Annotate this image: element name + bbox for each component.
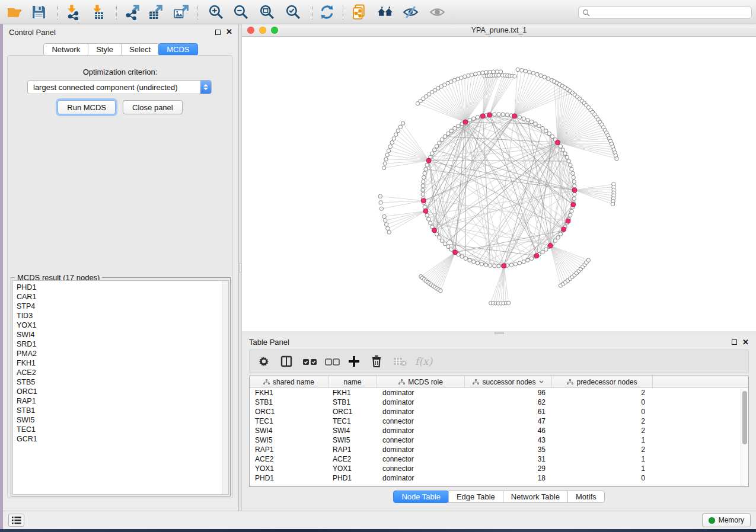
- column-layout-icon[interactable]: [280, 354, 302, 369]
- close-panel-icon[interactable]: ✕: [742, 339, 749, 345]
- show-eye-icon[interactable]: [429, 4, 445, 20]
- mcds-result-item[interactable]: STB5: [13, 377, 221, 387]
- desktop-wallpaper-bottom: [0, 529, 756, 532]
- column-header-shared-name[interactable]: shared name: [250, 376, 328, 387]
- mcds-result-item[interactable]: SRD1: [13, 339, 221, 349]
- delete-table-icon: [393, 354, 415, 369]
- network-canvas[interactable]: [242, 37, 756, 331]
- table-row[interactable]: PHD1PHD1dominator180: [250, 473, 740, 483]
- tab-node-table[interactable]: Node Table: [393, 491, 449, 503]
- task-history-button[interactable]: [8, 514, 24, 527]
- minimize-window-icon[interactable]: [259, 27, 266, 34]
- apply-layout-icon[interactable]: [319, 4, 335, 20]
- delete-column-icon[interactable]: [370, 354, 393, 369]
- tab-mcds[interactable]: MCDS: [158, 43, 197, 56]
- table-cell: 62: [465, 398, 552, 406]
- float-panel-icon[interactable]: [215, 30, 221, 35]
- save-session-icon[interactable]: [31, 4, 47, 20]
- mcds-result-item[interactable]: CAR1: [13, 292, 221, 302]
- home-networks-icon[interactable]: [377, 4, 393, 20]
- mcds-result-item[interactable]: PMA2: [13, 349, 221, 358]
- table-cell: PHD1: [328, 474, 377, 482]
- table-row[interactable]: SWI5SWI5connector431: [250, 435, 740, 445]
- mcds-result-item[interactable]: FKH1: [13, 358, 221, 368]
- tab-motifs[interactable]: Motifs: [567, 491, 605, 503]
- select-all-columns-icon[interactable]: [302, 354, 325, 369]
- table-row[interactable]: SWI4SWI4dominator462: [250, 426, 740, 435]
- zoom-out-icon[interactable]: [233, 4, 249, 20]
- mcds-result-item[interactable]: ACE2: [13, 368, 221, 377]
- table-row[interactable]: TEC1TEC1connector472: [250, 416, 740, 426]
- mcds-result-item[interactable]: SWI5: [13, 415, 221, 425]
- splitter-handle[interactable]: [239, 263, 241, 273]
- float-panel-icon[interactable]: [732, 339, 737, 345]
- export-table-icon[interactable]: [148, 4, 164, 20]
- mcds-tab-content: Optimization criterion: largest connecte…: [7, 55, 233, 498]
- table-scrollbar[interactable]: [741, 389, 748, 486]
- import-table-icon[interactable]: [91, 4, 107, 20]
- table-row[interactable]: RAP1RAP1dominator352: [250, 445, 740, 454]
- zoom-in-icon[interactable]: [208, 4, 224, 20]
- maximize-window-icon[interactable]: [271, 27, 278, 34]
- mcds-result-item[interactable]: ORC1: [13, 387, 221, 396]
- optimization-criterion-value: largest connected component (undirected): [33, 83, 178, 92]
- table-cell: ACE2: [250, 455, 328, 463]
- tab-select[interactable]: Select: [121, 43, 159, 56]
- deselect-all-columns-icon[interactable]: [325, 354, 347, 369]
- zoom-selected-icon[interactable]: [285, 4, 301, 20]
- table-cell: 2: [552, 427, 653, 435]
- table-cell: SWI5: [328, 436, 377, 444]
- table-row[interactable]: STB1STB1dominator620: [250, 398, 740, 407]
- tab-network-table[interactable]: Network Table: [503, 491, 568, 503]
- table-cell: 1: [552, 436, 653, 444]
- column-header-name[interactable]: name: [328, 376, 377, 387]
- node-table-body: FKH1FKH1dominator962STB1STB1dominator620…: [250, 388, 740, 486]
- horizontal-splitter[interactable]: [242, 331, 756, 335]
- splitter-handle[interactable]: [495, 332, 504, 334]
- column-header-mcds-role[interactable]: MCDS role: [377, 376, 465, 387]
- search-field[interactable]: [578, 6, 752, 19]
- scrollbar-thumb[interactable]: [742, 391, 747, 444]
- table-cell: TEC1: [250, 417, 328, 425]
- import-network-icon[interactable]: [65, 4, 81, 20]
- close-panel-icon[interactable]: ✕: [226, 29, 232, 35]
- mcds-result-item[interactable]: TID3: [13, 311, 221, 321]
- settings-gear-icon[interactable]: [257, 354, 280, 369]
- tab-style[interactable]: Style: [88, 43, 122, 56]
- mcds-result-item[interactable]: GCR1: [13, 434, 221, 444]
- close-panel-button[interactable]: Close panel: [123, 100, 183, 114]
- optimization-criterion-select[interactable]: largest connected component (undirected): [27, 80, 212, 94]
- open-file-icon[interactable]: [7, 4, 23, 20]
- table-row[interactable]: ACE2ACE2connector311: [250, 454, 740, 464]
- mcds-result-item[interactable]: RAP1: [13, 396, 221, 406]
- close-window-icon[interactable]: [247, 27, 254, 34]
- mcds-result-item[interactable]: STP4: [13, 302, 221, 311]
- table-cell: 43: [465, 436, 552, 444]
- search-input[interactable]: [592, 8, 751, 17]
- mcds-result-item[interactable]: YOX1: [13, 321, 221, 330]
- table-panel-title: Table Panel: [249, 338, 289, 347]
- zoom-fit-icon[interactable]: [259, 4, 275, 20]
- table-row[interactable]: FKH1FKH1dominator962: [250, 388, 740, 398]
- mcds-result-item[interactable]: PHD1: [13, 283, 221, 292]
- network-graph[interactable]: [242, 37, 756, 331]
- mcds-result-item[interactable]: STB1: [13, 406, 221, 415]
- mcds-result-item[interactable]: TEC1: [13, 425, 221, 434]
- create-column-icon[interactable]: [347, 354, 370, 369]
- tab-network[interactable]: Network: [43, 43, 88, 56]
- search-icon: [582, 9, 590, 17]
- run-mcds-button[interactable]: Run MCDS: [58, 100, 116, 114]
- network-frame-titlebar[interactable]: YPA_prune.txt_1: [242, 24, 756, 37]
- mcds-result-item[interactable]: SWI4: [13, 330, 221, 339]
- mcds-list-scrollbar[interactable]: [222, 281, 228, 494]
- memory-button[interactable]: Memory: [702, 513, 751, 527]
- column-header-predecessor-nodes[interactable]: predecessor nodes: [552, 376, 653, 387]
- hide-panel-eye-slash-icon[interactable]: [403, 4, 419, 20]
- export-image-icon[interactable]: [173, 4, 189, 20]
- column-header-successor-nodes[interactable]: successor nodes: [465, 376, 552, 387]
- export-network-icon[interactable]: [125, 4, 141, 20]
- table-row[interactable]: ORC1ORC1dominator610: [250, 407, 740, 416]
- network-overview-icon[interactable]: [352, 4, 368, 20]
- tab-edge-table[interactable]: Edge Table: [448, 491, 503, 503]
- table-row[interactable]: YOX1YOX1connector291: [250, 464, 740, 473]
